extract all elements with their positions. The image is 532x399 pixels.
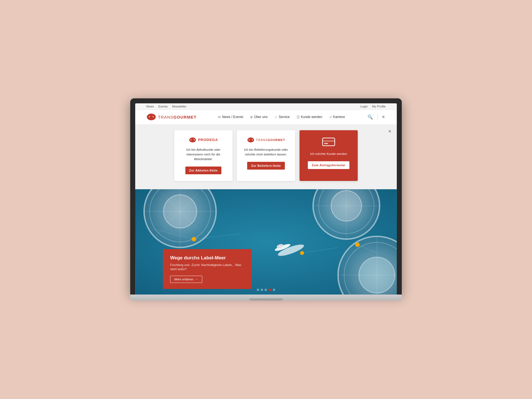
top-bar: News Events Newsletter Login My Profile (135, 103, 397, 110)
topbar-profile-link[interactable]: My Profile (372, 105, 386, 108)
list-icon: ☰ (296, 115, 300, 119)
prodega-logo-badge: PRODEGA (189, 137, 218, 143)
transgourmet-logo-icon (247, 137, 255, 143)
prodega-description: Ich bin Abholkunde oder interessiere mic… (180, 147, 227, 162)
svg-rect-8 (324, 143, 328, 144)
topbar-news-link[interactable]: News (146, 105, 154, 108)
screen-frame: News Events Newsletter Login My Profile (130, 98, 402, 295)
modal-area: × PRODEGA (135, 125, 397, 190)
logo-text: TRANSGOURMET (158, 115, 197, 119)
logo-icon (146, 113, 156, 121)
transgourmet-logo: TRANSGOURMET (242, 137, 290, 144)
dot-2[interactable] (261, 289, 263, 291)
nav-kunde-werden[interactable]: ☰ Kunde werden (294, 113, 325, 121)
prodega-logo-icon (189, 137, 196, 143)
svg-point-1 (150, 116, 153, 118)
modal-close-button[interactable]: × (388, 129, 391, 134)
topbar-login-link[interactable]: Login (360, 105, 368, 108)
prodega-label: PRODEGA (198, 138, 218, 142)
hero-card-subtitle: Fischfang und –Zucht: Nachhaltigkeits-La… (170, 263, 244, 272)
top-bar-right: Login My Profile (360, 105, 386, 108)
nav-service[interactable]: ☆ Service (272, 113, 293, 121)
svg-rect-7 (323, 140, 335, 142)
topbar-newsletter-link[interactable]: Newsletter (172, 105, 186, 108)
star-icon: ☆ (274, 115, 278, 119)
hero-button-label: Mehr erfahren (174, 278, 193, 281)
top-bar-left: News Events Newsletter (146, 105, 186, 108)
kunde-werden-description: Ich möchte Kunde werden (305, 152, 352, 156)
dot-4-active[interactable] (268, 288, 271, 291)
chart-icon: ↗ (329, 115, 332, 119)
svg-point-5 (249, 139, 252, 141)
prodega-card: PRODEGA Ich bin Abholkunde oder interess… (174, 130, 232, 181)
abholen-button[interactable]: Zur Abholen-Seite (185, 167, 222, 174)
hero-card-title: Wege durchs Label-Meer (170, 255, 244, 261)
transgourmet-label: TRANSGOURMET (256, 138, 285, 142)
nav-karriere[interactable]: ↗ Karriere (326, 113, 348, 121)
hero-section: Wege durchs Label-Meer Fischfang und –Zu… (135, 189, 397, 295)
email-icon: ✉ (218, 115, 221, 119)
transgourmet-card: TRANSGOURMET Ich bin Belieferungskunde o… (237, 130, 295, 181)
transgourmet-description: Ich bin Belieferungskunde oder möchte mi… (242, 147, 290, 157)
logo[interactable]: TRANSGOURMET (146, 113, 197, 121)
nav-ueber-uns[interactable]: ⊕ Über uns (247, 113, 270, 121)
laptop-base (130, 295, 402, 301)
hamburger-icon: ≡ (382, 114, 385, 119)
hero-mehr-erfahren-button[interactable]: Mehr erfahren → (170, 276, 202, 283)
topbar-events-link[interactable]: Events (158, 105, 168, 108)
nav-actions: 🔍 ≡ (366, 113, 386, 121)
svg-point-3 (191, 139, 194, 141)
credit-card-icon (305, 137, 352, 149)
dot-5[interactable] (273, 289, 275, 291)
globe-icon: ⊕ (250, 115, 253, 119)
nav-news-events[interactable]: ✉ News / Events (215, 113, 246, 121)
kunde-werden-card: Ich möchte Kunde werden Zum Antragsformu… (300, 130, 358, 181)
transgourmet-logo-badge: TRANSGOURMET (247, 137, 285, 143)
laptop-frame: News Events Newsletter Login My Profile (130, 98, 402, 301)
pagination-dots (257, 288, 275, 291)
antragsformular-button[interactable]: Zum Antragsformular (308, 161, 349, 169)
nav-divider (377, 114, 378, 120)
modal-cards: PRODEGA Ich bin Abholkunde oder interess… (146, 130, 386, 181)
nav-links: ✉ News / Events ⊕ Über uns ☆ Service ☰ (215, 113, 348, 121)
dot-3[interactable] (265, 289, 267, 291)
arrow-icon: → (195, 278, 198, 281)
beliefern-button[interactable]: Zur Beliefern-Seite (247, 162, 285, 170)
search-icon: 🔍 (367, 115, 373, 119)
hamburger-button[interactable]: ≡ (381, 113, 386, 121)
search-button[interactable]: 🔍 (366, 113, 374, 121)
screen-inner: News Events Newsletter Login My Profile (135, 103, 397, 295)
prodega-logo: PRODEGA (180, 137, 227, 144)
hero-card: Wege durchs Label-Meer Fischfang und –Zu… (163, 249, 252, 289)
dot-1[interactable] (257, 289, 259, 291)
main-nav: TRANSGOURMET ✉ News / Events ⊕ Über uns (135, 110, 397, 125)
website: News Events Newsletter Login My Profile (135, 103, 397, 295)
